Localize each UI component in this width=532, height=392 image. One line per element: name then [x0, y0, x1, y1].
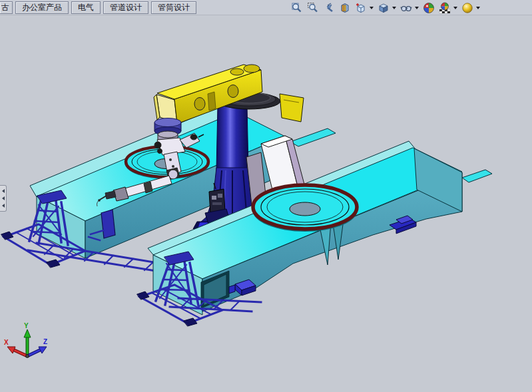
tab-partial[interactable]: 古: [0, 1, 13, 14]
collapse-arrow-icon: [2, 204, 5, 208]
boom-hole-side-2: [228, 85, 238, 98]
tab-electrical[interactable]: 电气: [71, 1, 101, 14]
hide-show-items-dropdown[interactable]: [415, 7, 419, 9]
command-manager-bar: 古 办公室产品 电气 管道设计 管筒设计: [0, 0, 532, 15]
tab-tubing-design[interactable]: 管筒设计: [151, 1, 196, 14]
zoom-to-fit-icon[interactable]: [291, 2, 303, 14]
svg-text:X: X: [4, 339, 9, 346]
triad-y-axis: Y: [24, 322, 31, 356]
boom-hole-top-2: [244, 65, 260, 73]
featuremanager-collapse-handle[interactable]: [0, 185, 7, 212]
view-settings-dropdown[interactable]: [476, 7, 480, 9]
view-settings-icon[interactable]: [461, 2, 473, 14]
ring-center-hole: [290, 202, 320, 216]
boom-hole-side-1: [194, 98, 205, 110]
orientation-triad: Y X Z: [3, 321, 51, 367]
triad-z-axis: Z: [27, 338, 47, 356]
previous-view-icon[interactable]: [323, 2, 335, 14]
edit-appearance-icon[interactable]: [423, 2, 435, 14]
boom-mount-bracket: [280, 94, 304, 122]
hide-show-items-icon[interactable]: [400, 2, 412, 14]
display-style-dropdown[interactable]: [392, 7, 396, 9]
boom-hole-top-1: [230, 69, 244, 75]
section-view-icon[interactable]: [339, 2, 351, 14]
collapse-arrow-icon: [2, 189, 5, 193]
collapse-arrow-icon: [2, 196, 5, 200]
rotary-ring-right[interactable]: [252, 185, 358, 232]
apply-scene-icon[interactable]: [439, 2, 451, 14]
heads-up-view-toolbar: [291, 1, 480, 14]
display-style-icon[interactable]: [378, 2, 390, 14]
graphics-viewport[interactable]: [0, 15, 532, 392]
model-scene: [0, 15, 532, 392]
zoom-to-area-icon[interactable]: [307, 2, 319, 14]
apply-scene-dropdown[interactable]: [453, 7, 457, 9]
command-tabs: 古 办公室产品 电气 管道设计 管筒设计: [0, 1, 196, 14]
triad-x-axis: X: [4, 339, 27, 356]
view-orientation-dropdown[interactable]: [370, 7, 374, 9]
svg-text:Y: Y: [24, 322, 29, 329]
tab-piping-design[interactable]: 管道设计: [103, 1, 148, 14]
view-orientation-icon[interactable]: [355, 2, 367, 14]
beam-support-post: [101, 210, 115, 238]
tab-office-products[interactable]: 办公室产品: [15, 1, 69, 14]
svg-text:Z: Z: [43, 338, 47, 345]
